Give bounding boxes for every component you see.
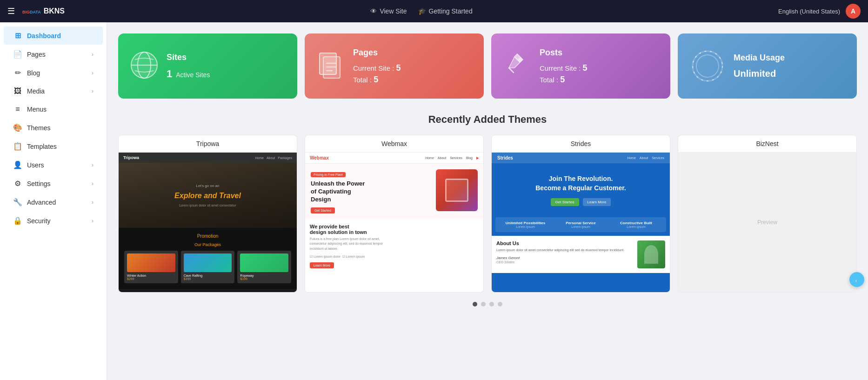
- sidebar-item-left: ✏ Blog: [13, 68, 40, 77]
- settings-icon: ⚙: [13, 179, 22, 188]
- logo-brand: BIGDATA: [22, 7, 41, 15]
- dot-4[interactable]: [498, 302, 502, 307]
- theme-title-biznest: BizNest: [678, 135, 856, 153]
- pushpin-icon: [502, 50, 532, 80]
- sidebar-item-left: 📄 Pages: [13, 50, 46, 59]
- sidebar-item-label: Settings: [27, 180, 51, 187]
- sidebar-item-pages[interactable]: 📄 Pages ›: [4, 45, 103, 63]
- sites-count: 1: [167, 68, 172, 80]
- theme-card-tripowa[interactable]: Tripowa Tripowa Home About Packages Let'…: [118, 135, 297, 293]
- theme-preview-biznest: Preview: [678, 153, 856, 292]
- sidebar-item-security[interactable]: 🔒 Security ›: [4, 212, 103, 230]
- drop-icon: 💧: [853, 276, 861, 283]
- media-card[interactable]: Media Usage Unlimited: [678, 33, 857, 99]
- sites-card[interactable]: Sites 1 Active Sites: [118, 33, 297, 99]
- sidebar-item-label: Menus: [27, 106, 47, 113]
- menus-icon: ≡: [13, 105, 22, 113]
- sidebar-item-menus[interactable]: ≡ Menus: [4, 100, 103, 118]
- theme-preview-strides: Strides Home About Services Join The Rev…: [492, 153, 670, 292]
- main-content: Sites 1 Active Sites: [107, 22, 868, 380]
- posts-card[interactable]: Posts Current Site : 5 Total : 5: [491, 33, 670, 99]
- media-gauge: [689, 47, 726, 85]
- gauge-svg: [689, 47, 726, 85]
- pages-card[interactable]: Pages Current Site : 5 Total : 5: [305, 33, 484, 99]
- hamburger-icon[interactable]: ☰: [7, 6, 15, 16]
- sidebar-item-users[interactable]: 👤 Users ›: [4, 156, 103, 174]
- themes-grid: Tripowa Tripowa Home About Packages Let'…: [118, 135, 857, 293]
- sidebar: ⊞ Dashboard 📄 Pages › ✏ Blog › 🖼 Media ›: [0, 22, 107, 380]
- globe-icon: [129, 50, 159, 80]
- pages-icon: 📄: [13, 50, 22, 59]
- sidebar-item-dashboard[interactable]: ⊞ Dashboard: [4, 27, 103, 45]
- sidebar-item-templates[interactable]: 📋 Templates: [4, 137, 103, 155]
- pages-stat-text: Pages Current Site : 5 Total : 5: [353, 48, 401, 85]
- dot-1[interactable]: [473, 302, 477, 307]
- sidebar-item-label: Blog: [27, 69, 40, 77]
- sidebar-item-advanced[interactable]: 🔧 Advanced ›: [4, 193, 103, 211]
- eye-icon: 👁: [370, 7, 377, 15]
- layout: ⊞ Dashboard 📄 Pages › ✏ Blog › 🖼 Media ›: [0, 22, 868, 380]
- media-value: Unlimited: [734, 68, 785, 79]
- sidebar-item-left: 🔒 Security: [13, 216, 51, 225]
- sites-icon-area: [129, 50, 159, 82]
- topbar-right: English (United States) A: [778, 4, 861, 19]
- pages-total: Total : 5: [353, 75, 401, 85]
- pages-icon: [316, 50, 346, 80]
- sites-label: Active Sites: [176, 71, 210, 79]
- themes-icon: 🎨: [13, 123, 22, 132]
- media-stat-text: Media Usage Unlimited: [734, 53, 785, 79]
- carousel-dots: [118, 302, 857, 307]
- chevron-right-icon: ›: [92, 162, 93, 168]
- theme-title-strides: Strides: [492, 135, 670, 153]
- view-site-link[interactable]: 👁 View Site: [370, 7, 407, 15]
- theme-card-strides[interactable]: Strides Strides Home About Services Join…: [491, 135, 670, 293]
- posts-stat-text: Posts Current Site : 5 Total : 5: [540, 48, 588, 85]
- svg-line-8: [509, 68, 514, 73]
- chevron-right-icon: ›: [92, 199, 93, 206]
- dashboard-icon: ⊞: [13, 31, 22, 40]
- sidebar-item-label: Users: [27, 161, 44, 169]
- topbar-left: ☰ BIGDATA BKNS: [7, 6, 65, 16]
- chevron-right-icon: ›: [92, 88, 93, 94]
- sidebar-item-blog[interactable]: ✏ Blog ›: [4, 64, 103, 82]
- dot-3[interactable]: [489, 302, 494, 307]
- sidebar-item-left: 🖼 Media: [13, 87, 45, 95]
- sidebar-item-label: Dashboard: [27, 32, 61, 40]
- media-title: Media Usage: [734, 53, 785, 63]
- getting-started-link[interactable]: 🎓 Getting Started: [418, 7, 473, 15]
- sidebar-item-left: 🎨 Themes: [13, 123, 51, 132]
- logo-name: BKNS: [44, 7, 65, 15]
- sidebar-item-settings[interactable]: ⚙ Settings ›: [4, 174, 103, 193]
- posts-current: Current Site : 5: [540, 63, 588, 73]
- sidebar-item-themes[interactable]: 🎨 Themes: [4, 119, 103, 137]
- chevron-right-icon: ›: [92, 180, 93, 187]
- sidebar-item-label: Advanced: [27, 199, 56, 206]
- themes-section: Recently Added Themes Tripowa Tripowa Ho…: [118, 113, 857, 307]
- templates-icon: 📋: [13, 142, 22, 151]
- sidebar-item-label: Pages: [27, 51, 46, 58]
- svg-point-9: [518, 58, 522, 61]
- sidebar-item-left: ⊞ Dashboard: [13, 31, 61, 40]
- media-icon: 🖼: [13, 87, 22, 95]
- floating-help-button[interactable]: 💧: [849, 272, 864, 287]
- theme-card-biznest[interactable]: BizNest Preview: [678, 135, 857, 293]
- theme-card-webmax[interactable]: Webmax Webmax Home About Services Blog ▶: [305, 135, 484, 293]
- posts-title: Posts: [540, 48, 588, 58]
- sidebar-item-left: 👤 Users: [13, 160, 44, 169]
- sites-title: Sites: [167, 53, 210, 62]
- sidebar-item-media[interactable]: 🖼 Media ›: [4, 82, 103, 100]
- pages-current: Current Site : 5: [353, 63, 401, 73]
- posts-total: Total : 5: [540, 75, 588, 85]
- blog-icon: ✏: [13, 68, 22, 77]
- graduation-icon: 🎓: [418, 7, 426, 15]
- advanced-icon: 🔧: [13, 198, 22, 207]
- sidebar-item-label: Security: [27, 217, 51, 225]
- avatar[interactable]: A: [846, 4, 861, 19]
- pages-title: Pages: [353, 48, 401, 58]
- theme-preview-webmax: Webmax Home About Services Blog ▶: [305, 153, 483, 292]
- svg-point-12: [696, 55, 719, 77]
- language-selector[interactable]: English (United States): [778, 8, 840, 15]
- dot-2[interactable]: [481, 302, 486, 307]
- users-icon: 👤: [13, 160, 22, 169]
- theme-title-tripowa: Tripowa: [119, 135, 297, 153]
